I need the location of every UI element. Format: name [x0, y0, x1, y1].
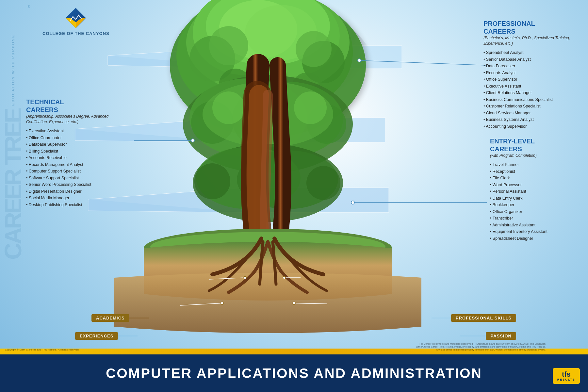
list-item: Office Supervisor [483, 76, 581, 83]
list-item: Business Communications Specialist [483, 96, 581, 103]
college-logo-icon [64, 7, 87, 29]
list-item: Office Organizer [490, 208, 581, 215]
list-item: Travel Planner [490, 162, 581, 169]
list-item: Data Entry Clerk [490, 195, 581, 202]
list-item: Database Supervisor [26, 141, 131, 148]
passion-label: PASSION [460, 332, 516, 340]
list-item: Desktop Publishing Specialist [26, 202, 131, 208]
list-item: Executive Assistant [483, 83, 581, 90]
list-item: Digital Presentation Designer [26, 188, 131, 195]
list-item: Data Forecaster [483, 63, 581, 70]
list-item: Social Media Manager [26, 195, 131, 202]
list-item: Administrative Assistant [490, 222, 581, 229]
professional-careers-heading: PROFESSIONAL CAREERS [483, 20, 581, 35]
entry-careers-heading: ENTRY-LEVEL CAREERS [490, 137, 581, 153]
college-name: COLLEGE OF THE CANYONS [42, 31, 109, 36]
list-item: Cloud Services Manager [483, 110, 581, 117]
list-item: Equipment Inventory Assistant [490, 229, 581, 236]
entry-careers-subtitle: (with Program Completion) [490, 153, 581, 158]
college-logo-area: COLLEGE OF THE CANYONS [42, 7, 109, 36]
entry-careers-list: Travel Planner Receptionist File Clerk W… [490, 162, 581, 242]
list-item: Billing Specialist [26, 148, 131, 155]
vertical-sidebar: EDUCATION WITH PURPOSE CAREER TREE [0, 0, 26, 294]
professional-careers-list: Spreadsheet Analyst Senior Database Anal… [483, 50, 581, 130]
list-item: Software Support Specialist [26, 175, 131, 182]
list-item: Records Analyst [483, 70, 581, 76]
tfs-logo: tfs RESULTS [553, 368, 580, 384]
list-item: Bookkeeper [490, 202, 581, 209]
career-tree-watermark: CAREER TREE [0, 109, 26, 260]
tfs-results-text: RESULTS [557, 378, 575, 381]
list-item: Business Systems Analyst [483, 117, 581, 123]
professional-skills-label: PROFESSIONAL SKILLS [432, 314, 516, 322]
copyright-left: Copyright © Mark C. Perna and TFS Result… [5, 348, 79, 351]
list-item: Records Management Analyst [26, 161, 131, 168]
list-item: Executive Assistant [26, 128, 131, 135]
copyright-right: For Career Tree® tools and materials ple… [415, 342, 546, 351]
experiences-label: EXPERIENCES [75, 332, 138, 340]
list-item: Senior Word Processing Specialist [26, 182, 131, 188]
list-item: Spreadsheet Analyst [483, 50, 581, 57]
tfs-text: tfs [557, 371, 575, 378]
list-item: Office Coordinator [26, 135, 131, 141]
list-item: Accounts Receivable [26, 155, 131, 162]
technical-careers-heading: TECHNICAL CAREERS [26, 98, 131, 114]
list-item: Word Processor [490, 182, 581, 188]
technical-careers-subtitle: (Apprenticeship, Associate's Degree, Adv… [26, 114, 131, 125]
academics-label: ACADEMICS [91, 314, 149, 322]
list-item: File Clerk [490, 175, 581, 182]
bottom-bar: COMPUTER APPLICATIONS AND ADMINISTRATION [0, 354, 588, 392]
list-item: Computer Support Specialist [26, 168, 131, 175]
technical-careers-panel: TECHNICAL CAREERS (Apprenticeship, Assoc… [26, 98, 131, 208]
page-main-title: COMPUTER APPLICATIONS AND ADMINISTRATION [106, 366, 482, 381]
professional-careers-panel: PROFESSIONAL CAREERS (Bachelor's, Master… [483, 20, 581, 130]
list-item: Client Relations Manager [483, 90, 581, 97]
list-item: Personal Assistant [490, 188, 581, 195]
technical-careers-list: Executive Assistant Office Coordinator D… [26, 128, 131, 208]
professional-careers-subtitle: (Bachelor's, Master's, Ph.D., Specialize… [483, 35, 581, 46]
education-purpose-text: EDUCATION WITH PURPOSE [11, 34, 15, 106]
list-item: Transcriber [490, 215, 581, 222]
list-item: Receptionist [490, 168, 581, 175]
list-item: Customer Relations Specialist [483, 103, 581, 110]
list-item: Accounting Supervisor [483, 123, 581, 130]
registered-mark: ® [28, 5, 30, 8]
list-item: Spreadsheet Designer [490, 235, 581, 242]
list-item: Senior Database Analyst [483, 56, 581, 63]
entry-careers-panel: ENTRY-LEVEL CAREERS (with Program Comple… [490, 137, 581, 242]
